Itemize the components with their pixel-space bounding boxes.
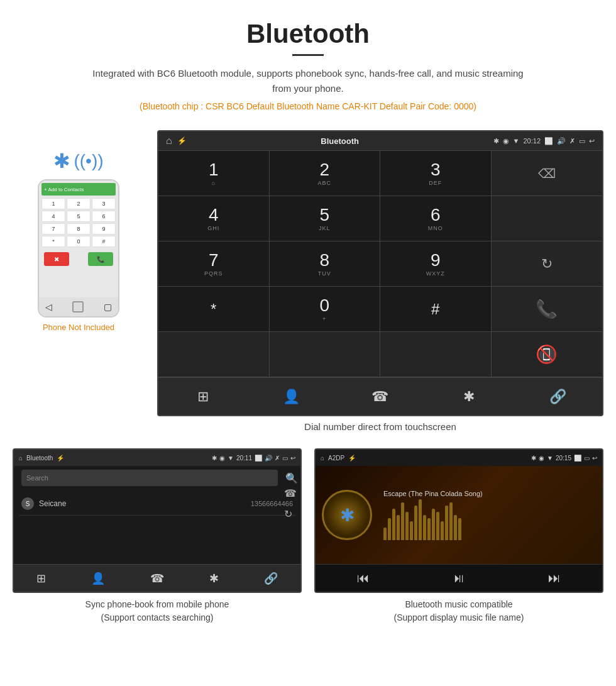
dial-key-4[interactable]: 4 GHI (158, 196, 270, 241)
contacts-bt-bottom-icon[interactable]: ✱ (209, 572, 219, 585)
close-icon: ✗ (569, 137, 575, 145)
bottom-phone-icon[interactable]: ☎ (368, 384, 393, 409)
contacts-bt-icon: ✱ (212, 455, 217, 462)
dial-call-red[interactable]: 📵 (492, 332, 603, 377)
main-content: ✱ ((•)) + Add to Contacts 1 2 3 4 5 6 7 … (0, 130, 616, 432)
volume-icon: 🔊 (557, 137, 566, 145)
phone-key-5: 5 (67, 211, 91, 222)
viz-bar (401, 502, 404, 540)
music-panel: ⌂ A2DP ⚡ ✱ ◉ ▼ 20:15 ⬜ ▭ ↩ ✱ (314, 448, 603, 624)
bottom-grid-icon[interactable]: ⊞ (190, 384, 216, 409)
viz-bar (383, 528, 387, 540)
viz-bar (414, 506, 417, 540)
page-description: Integrated with BC6 Bluetooth module, su… (88, 66, 528, 96)
bottom-panels: ⌂ Bluetooth ⚡ ✱ ◉ ▼ 20:11 ⬜ 🔊 ✗ ▭ ↩ (0, 442, 616, 637)
specs-line: (Bluetooth chip : CSR BC6 Default Blueto… (13, 101, 603, 111)
dial-key-star[interactable]: * (158, 287, 270, 332)
contacts-sig-icon: ▼ (228, 455, 234, 462)
contacts-status-bar: ⌂ Bluetooth ⚡ ✱ ◉ ▼ 20:11 ⬜ 🔊 ✗ ▭ ↩ (14, 450, 300, 466)
phone-section: ✱ ((•)) + Add to Contacts 1 2 3 4 5 6 7 … (13, 130, 145, 432)
music-screen: ⌂ A2DP ⚡ ✱ ◉ ▼ 20:15 ⬜ ▭ ↩ ✱ (314, 448, 603, 593)
next-track-icon[interactable]: ⏭ (548, 571, 561, 585)
search-input[interactable]: Search (21, 470, 278, 486)
bt-status-icon: ✱ (493, 137, 499, 145)
contact-name: Seicane (39, 499, 251, 508)
dial-call-green[interactable]: 📞 (492, 287, 603, 332)
contacts-loc-icon: ◉ (219, 455, 225, 462)
contacts-person-icon[interactable]: 👤 (91, 572, 105, 585)
bottom-link-icon[interactable]: 🔗 (545, 384, 570, 409)
dial-empty-5a (158, 332, 270, 377)
contacts-caption: Sync phone-book from mobile phone(Suppor… (85, 598, 229, 624)
bottom-bluetooth-icon[interactable]: ✱ (456, 384, 481, 409)
bluetooth-icon: ✱ (53, 149, 70, 173)
search-icon[interactable]: 🔍 (285, 472, 298, 484)
phone-not-included-label: Phone Not Included (43, 323, 114, 332)
page-header: Bluetooth Integrated with BC6 Bluetooth … (0, 0, 616, 130)
dial-backspace[interactable]: ⌫ (492, 151, 603, 196)
contacts-phone-icon[interactable]: ☎ (150, 572, 164, 585)
backspace-icon: ⌫ (538, 166, 556, 181)
dial-key-3[interactable]: 3 DEF (380, 151, 492, 196)
contacts-list: S Seicane 13566664466 (14, 490, 300, 518)
contacts-refresh-icon2[interactable]: ↻ (284, 508, 297, 520)
contacts-panel: ⌂ Bluetooth ⚡ ✱ ◉ ▼ 20:11 ⬜ 🔊 ✗ ▭ ↩ (13, 448, 302, 624)
dial-number-7: 7 (209, 252, 219, 269)
dial-key-hash[interactable]: # (380, 287, 492, 332)
music-cam-icon: ⬜ (574, 455, 581, 462)
viz-bar (397, 515, 400, 540)
signal-icon: ▼ (513, 137, 520, 145)
viz-bar (419, 499, 422, 540)
phone-keypad: 1 2 3 4 5 6 7 8 9 * 0 # (41, 198, 116, 247)
music-title: A2DP (328, 455, 344, 462)
prev-track-icon[interactable]: ⏮ (357, 571, 370, 585)
dial-number-4: 4 (209, 206, 219, 224)
dial-letters-8: TUV (318, 270, 331, 277)
music-caption: Bluetooth music compatible(Support displ… (394, 598, 524, 624)
phone-key-8: 8 (67, 223, 91, 235)
dial-number-2: 2 (319, 161, 329, 179)
contacts-grid-icon[interactable]: ⊞ (36, 572, 46, 585)
dial-key-2[interactable]: 2 ABC (270, 151, 381, 196)
phone-key-1: 1 (41, 198, 65, 209)
contacts-call-icon[interactable]: ☎ (284, 487, 297, 499)
dial-key-8[interactable]: 8 TUV (270, 241, 381, 287)
music-status-bar: ⌂ A2DP ⚡ ✱ ◉ ▼ 20:15 ⬜ ▭ ↩ (316, 450, 602, 466)
dial-key-0[interactable]: 0 + (270, 287, 381, 332)
music-time: 20:15 (556, 455, 571, 462)
contacts-screen-icon: ▭ (282, 455, 288, 462)
contacts-home-icon: ⌂ (19, 455, 23, 462)
contact-item[interactable]: S Seicane 13566664466 (19, 492, 295, 516)
dial-number-6: 6 (431, 206, 441, 224)
contacts-link-icon[interactable]: 🔗 (264, 572, 278, 585)
dial-symbol-hash: # (431, 301, 439, 318)
dial-letters-2: ABC (317, 180, 331, 186)
music-controls: ⏮ ⏯ ⏭ (316, 564, 602, 592)
dial-key-5[interactable]: 5 JKL (270, 196, 381, 241)
song-title: Escape (The Pina Colada Song) (383, 490, 597, 497)
viz-bar (445, 506, 448, 540)
phone-key-7: 7 (41, 223, 65, 235)
camera-icon: ⬜ (544, 137, 553, 145)
music-visualizer (383, 502, 597, 540)
phone-mockup: + Add to Contacts 1 2 3 4 5 6 7 8 9 * 0 … (38, 179, 119, 318)
dial-refresh[interactable]: ↻ (492, 241, 603, 287)
phone-key-4: 4 (41, 211, 65, 222)
dial-key-1[interactable]: 1 ⌂ (158, 151, 270, 196)
dial-key-6[interactable]: 6 MNO (380, 196, 492, 241)
car-screen-container: ⌂ ⚡ Bluetooth ✱ ◉ ▼ 20:12 ⬜ 🔊 ✗ ▭ ↩ (157, 130, 603, 432)
dial-key-7[interactable]: 7 PQRS (158, 241, 270, 287)
phone-key-9: 9 (92, 223, 116, 235)
music-home-icon: ⌂ (321, 455, 324, 462)
status-right: ✱ ◉ ▼ 20:12 ⬜ 🔊 ✗ ▭ ↩ (493, 137, 595, 145)
contacts-bottom-bar: ⊞ 👤 ☎ ✱ 🔗 (14, 564, 300, 592)
contact-avatar: S (21, 497, 34, 510)
dial-key-9[interactable]: 9 WXYZ (380, 241, 492, 287)
viz-bar (392, 509, 395, 540)
bottom-contacts-icon[interactable]: 👤 (279, 384, 304, 409)
play-pause-icon[interactable]: ⏯ (453, 571, 465, 585)
dial-number-1: 1 (209, 161, 219, 179)
call-red-icon: 📵 (536, 344, 558, 365)
car-bottom-bar: ⊞ 👤 ☎ ✱ 🔗 (158, 377, 602, 415)
music-screen-icon: ▭ (584, 455, 590, 462)
